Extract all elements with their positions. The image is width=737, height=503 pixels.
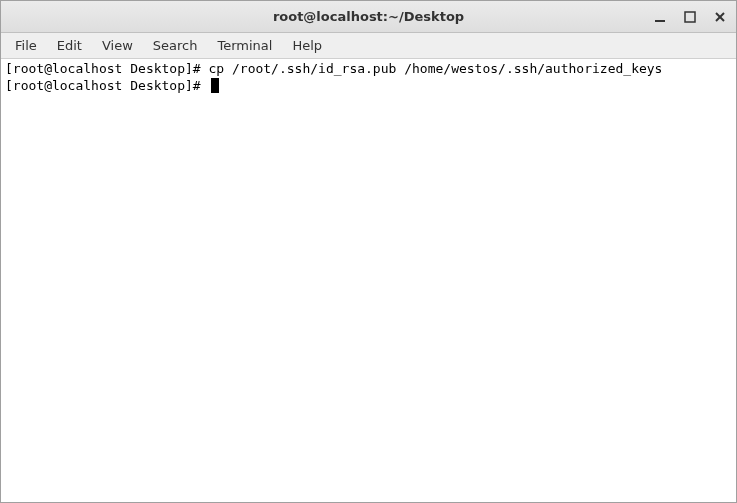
- menu-search[interactable]: Search: [143, 35, 208, 56]
- cursor-icon: [211, 78, 219, 93]
- menu-help[interactable]: Help: [282, 35, 332, 56]
- svg-rect-1: [685, 12, 695, 22]
- terminal-content[interactable]: [root@localhost Desktop]# cp /root/.ssh/…: [1, 59, 736, 502]
- minimize-button[interactable]: [652, 9, 668, 25]
- window-title: root@localhost:~/Desktop: [273, 9, 464, 24]
- menubar: File Edit View Search Terminal Help: [1, 33, 736, 59]
- prompt: [root@localhost Desktop]#: [5, 78, 209, 93]
- maximize-button[interactable]: [682, 9, 698, 25]
- terminal-window: root@localhost:~/Desktop File Edit View …: [0, 0, 737, 503]
- command-text: cp /root/.ssh/id_rsa.pub /home/westos/.s…: [209, 61, 663, 76]
- menu-terminal[interactable]: Terminal: [207, 35, 282, 56]
- menu-edit[interactable]: Edit: [47, 35, 92, 56]
- titlebar: root@localhost:~/Desktop: [1, 1, 736, 33]
- window-controls: [652, 9, 728, 25]
- menu-view[interactable]: View: [92, 35, 143, 56]
- menu-file[interactable]: File: [5, 35, 47, 56]
- terminal-line: [root@localhost Desktop]#: [5, 78, 732, 95]
- prompt: [root@localhost Desktop]#: [5, 61, 209, 76]
- terminal-line: [root@localhost Desktop]# cp /root/.ssh/…: [5, 61, 732, 78]
- close-button[interactable]: [712, 9, 728, 25]
- svg-rect-0: [655, 20, 665, 22]
